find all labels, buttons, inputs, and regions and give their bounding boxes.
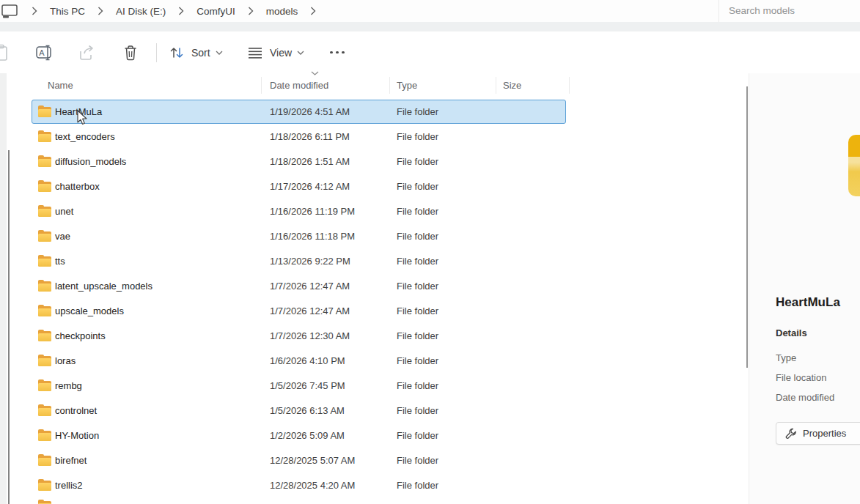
file-type: File folder [397,423,438,448]
file-name: loras [55,349,76,374]
folder-icon [38,132,51,142]
table-row[interactable]: HeartMuLa 1/19/2026 4:51 AM File folder [0,100,740,125]
file-name: checkpoints [55,324,106,349]
file-name: birefnet [55,448,87,473]
table-row[interactable]: checkpoints 1/7/2026 12:30 AM File folde… [0,324,740,349]
file-date-modified: 1/5/2026 7:45 PM [270,374,345,399]
table-row[interactable]: tts 1/13/2026 9:22 PM File folder [0,249,740,274]
breadcrumb-item-ai-disk-e-[interactable]: AI Disk (E:) [116,6,166,17]
details-field-type: Type [776,352,796,363]
file-name: latent_upscale_models [55,274,152,299]
table-row[interactable]: text_encoders 1/18/2026 6:11 PM File fol… [0,125,740,149]
folder-icon [38,207,51,217]
folder-icon [38,231,51,242]
delete-button[interactable] [122,32,139,73]
file-date-modified: 1/13/2026 9:22 PM [270,249,350,274]
table-row[interactable]: controlnet 1/5/2026 6:13 AM File folder [0,399,740,423]
table-row[interactable]: loras 1/6/2026 4:10 PM File folder [0,349,740,374]
sort-button[interactable]: Sort [169,32,223,73]
svg-text:A: A [39,48,45,57]
view-button[interactable]: View [247,32,304,73]
folder-icon [38,331,51,341]
folder-icon [38,157,51,167]
see-more-button[interactable] [330,32,345,73]
folder-icon [38,107,51,117]
folder-icon [38,306,51,316]
delete-icon [122,44,139,62]
chevron-right-icon [248,7,254,15]
table-row[interactable]: diffusion_models 1/18/2026 1:51 AM File … [0,149,740,174]
paste-button[interactable] [0,32,10,73]
share-button[interactable] [78,32,96,73]
folder-icon [38,456,51,466]
folder-icon [38,281,51,292]
file-name: diffusion_models [55,149,126,174]
file-date-modified: 1/19/2026 4:51 AM [270,100,350,125]
file-list-scrollbar[interactable] [746,86,748,368]
folder-icon [38,406,51,416]
share-icon [78,45,96,61]
file-name: rembg [55,374,82,399]
nav-pane-edge [0,73,7,504]
mouse-cursor [76,110,90,126]
folder-icon [38,182,51,192]
table-row[interactable]: latent_upscale_models 1/7/2026 12:47 AM … [0,274,740,299]
file-date-modified: 12/28/2025 4:20 AM [270,473,355,498]
column-header-type[interactable]: Type [397,73,417,97]
header-divider [0,22,860,32]
file-date-modified: 1/7/2026 12:30 AM [270,324,350,349]
table-row[interactable]: birefnet 12/28/2025 5:07 AM File folder [0,448,740,473]
breadcrumb-item-this-pc[interactable]: This PC [50,6,85,17]
address-bar: This PCAI Disk (E:)ComfyUImodels Search … [0,0,860,22]
table-row[interactable]: trellis2 12/28/2025 4:20 AM File folder [0,473,740,498]
file-name: HY-Motion [55,423,99,448]
column-header-size[interactable]: Size [503,73,521,97]
rename-button[interactable]: A [36,32,55,73]
search-input[interactable]: Search models [718,0,860,22]
file-date-modified: 1/7/2026 12:47 AM [270,299,350,324]
file-date-modified: 1/18/2026 6:11 PM [270,125,350,149]
table-row[interactable]: upscale_models 1/7/2026 12:47 AM File fo… [0,299,740,324]
toolbar-separator [156,43,157,62]
column-header-name[interactable]: Name [48,73,73,97]
details-title: HeartMuLa [776,295,840,310]
table-row[interactable]: rembg 1/5/2026 7:45 PM File folder [0,374,740,399]
nav-pane-scrollbar[interactable] [8,150,10,504]
command-toolbar: A [0,32,860,73]
file-name: trellis2 [55,473,83,498]
view-icon [247,46,263,59]
sort-icon [169,45,185,60]
chevron-right-icon [98,7,103,15]
file-name: chatterbox [55,174,100,199]
column-header-date-modified[interactable]: Date modified [270,73,328,97]
breadcrumb-item-models[interactable]: models [266,6,298,17]
folder-preview-icon [848,135,860,196]
table-row[interactable]: HY-Motion 1/2/2026 5:09 AM File folder [0,423,740,448]
column-header-row: Name Date modified Type Size [0,73,740,97]
search-placeholder: Search models [729,5,795,16]
file-date-modified: 1/6/2026 4:10 PM [270,349,345,374]
properties-button[interactable]: Properties [776,422,860,445]
file-name: tts [55,249,65,274]
file-type: File folder [397,349,438,374]
file-type: File folder [397,399,438,423]
details-section-heading: Details [776,327,807,338]
details-field-file-location: File location [776,372,826,383]
breadcrumb-item-comfyui[interactable]: ComfyUI [196,6,235,17]
table-row[interactable]: chatterbox 1/17/2026 4:12 AM File folder [0,174,740,199]
view-label: View [270,47,292,59]
folder-icon [38,481,51,491]
file-name: controlnet [55,399,97,423]
this-pc-icon [1,4,19,19]
table-row[interactable]: unet 1/16/2026 11:19 PM File folder [0,199,740,224]
sort-direction-icon [311,71,319,75]
chevron-down-icon [216,51,223,55]
details-field-date-modified: Date modified [776,392,834,403]
partial-row-folder-icon [38,501,51,504]
file-type: File folder [397,374,438,399]
file-type: File folder [397,100,438,125]
table-row[interactable]: vae 1/16/2026 11:18 PM File folder [0,224,740,249]
folder-icon [38,381,51,391]
file-name: unet [55,199,73,224]
file-date-modified: 1/5/2026 6:13 AM [270,399,345,423]
